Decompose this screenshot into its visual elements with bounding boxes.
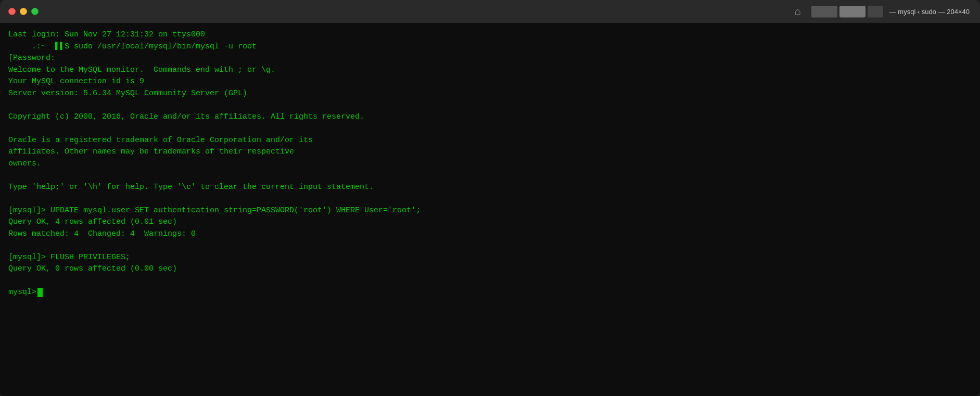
- terminal-line-9: [8, 123, 972, 135]
- terminal-line-2: .:~ ▌▌$ sudo /usr/local/mysql/bin/mysql …: [8, 41, 972, 53]
- close-button[interactable]: [8, 8, 16, 15]
- titlebar-tabs: [811, 6, 883, 17]
- terminal-window: ⌂ — mysql ‹ sudo — 204×40 Last login: Su…: [0, 0, 980, 396]
- terminal-body[interactable]: Last login: Sun Nov 27 12:31:32 on ttys0…: [0, 23, 980, 396]
- home-icon: ⌂: [795, 6, 801, 18]
- tab-1[interactable]: [811, 6, 837, 17]
- terminal-line-14: Type 'help;' or '\h' for help. Type '\c'…: [8, 182, 972, 194]
- terminal-line-13: [8, 170, 972, 182]
- terminal-line-5: Your MySQL connection id is 9: [8, 76, 972, 88]
- prompt-text: mysql>: [8, 287, 36, 299]
- terminal-line-7: [8, 99, 972, 111]
- terminal-line-12: owners.: [8, 158, 972, 170]
- terminal-line-10: Oracle is a registered trademark of Orac…: [8, 135, 972, 147]
- terminal-line-22: [8, 275, 972, 287]
- terminal-line-19: [8, 240, 972, 252]
- terminal-line-20: [mysql]> FLUSH PRIVILEGES;: [8, 252, 972, 264]
- terminal-line-16: [mysql]> UPDATE mysql.user SET authentic…: [8, 205, 972, 217]
- terminal-line-4: Welcome to the MySQL monitor. Commands e…: [8, 65, 972, 76]
- titlebar-right: ⌂ — mysql ‹ sudo — 204×40: [795, 6, 970, 18]
- terminal-line-1: Last login: Sun Nov 27 12:31:32 on ttys0…: [8, 29, 972, 41]
- minimize-button[interactable]: [20, 8, 27, 15]
- window-title: — mysql ‹ sudo — 204×40: [889, 8, 970, 16]
- terminal-line-6: Server version: 5.6.34 MySQL Community S…: [8, 88, 972, 100]
- terminal-line-17: Query OK, 4 rows affected (0.01 sec): [8, 216, 972, 228]
- terminal-line-21: Query OK, 0 rows affected (0.00 sec): [8, 263, 972, 275]
- cursor: [37, 288, 43, 297]
- maximize-button[interactable]: [31, 8, 39, 15]
- terminal-prompt-line: mysql>: [8, 287, 972, 299]
- titlebar: ⌂ — mysql ‹ sudo — 204×40: [0, 0, 980, 23]
- traffic-lights: [8, 8, 39, 15]
- terminal-line-18: Rows matched: 4 Changed: 4 Warnings: 0: [8, 228, 972, 240]
- terminal-line-8: Copyright (c) 2000, 2016, Oracle and/or …: [8, 111, 972, 123]
- tab-3[interactable]: [868, 6, 883, 17]
- tab-2[interactable]: [839, 6, 866, 17]
- terminal-line-15: [8, 193, 972, 205]
- terminal-line-3: [Password:: [8, 53, 972, 65]
- terminal-line-11: affiliates. Other names may be trademark…: [8, 146, 972, 158]
